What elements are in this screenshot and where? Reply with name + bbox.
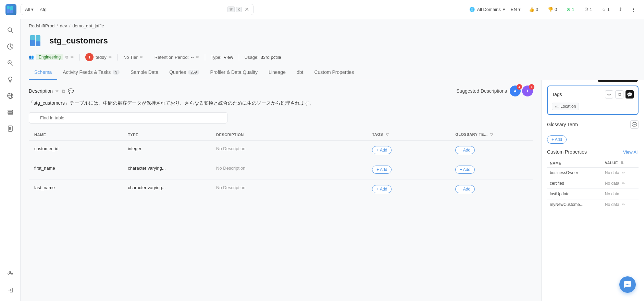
add-tag-button[interactable]: + Add: [372, 146, 392, 154]
search-type-select[interactable]: All ▾: [25, 7, 37, 12]
breadcrumb-item-demo[interactable]: demo_dbt_jaffle: [72, 23, 104, 28]
cell-tags: + Add: [367, 160, 450, 180]
tags-conversation-icon[interactable]: 💬: [626, 90, 634, 99]
tab-profiler[interactable]: Profiler & Data Quality: [205, 65, 263, 80]
dislike-button[interactable]: 👎 0: [545, 5, 560, 13]
comment-button[interactable]: ⊙ 1: [564, 5, 577, 13]
search-input[interactable]: [40, 7, 224, 12]
cell-tags: + Add: [367, 141, 450, 160]
right-panel: List Conversation Tags ✏ ⧉ 💬: [541, 80, 644, 301]
sidebar-item-analytics[interactable]: [3, 40, 17, 53]
view-all-link[interactable]: View All: [623, 149, 639, 155]
team-copy-icon[interactable]: ⧉: [65, 55, 69, 60]
breadcrumb-item-redshift[interactable]: RedshiftProd: [29, 23, 54, 28]
team-edit-icon[interactable]: ✏: [71, 55, 74, 60]
find-container: 🔍: [29, 112, 227, 123]
sidebar-item-logout[interactable]: [3, 283, 17, 297]
svg-point-35: [629, 284, 630, 285]
svg-rect-18: [8, 112, 13, 114]
description-chat-icon[interactable]: 💬: [68, 88, 74, 94]
prop-name: myNewCustome...: [547, 199, 602, 210]
history-icon: ⏱: [584, 7, 589, 12]
tab-activity[interactable]: Activity Feeds & Tasks 9: [57, 65, 125, 80]
left-sidebar: [0, 19, 21, 301]
tab-custom-properties[interactable]: Custom Properties: [309, 65, 359, 80]
domain-label: All Domains: [477, 7, 500, 12]
add-glossary-button[interactable]: + Add: [455, 185, 475, 193]
team-tag[interactable]: Engineering: [36, 54, 63, 60]
prop-value: No data: [602, 189, 639, 199]
prop-edit-icon[interactable]: ✏: [622, 202, 625, 207]
prop-edit-icon[interactable]: ✏: [622, 170, 625, 175]
description-icon2[interactable]: ⧉: [62, 88, 65, 94]
prop-value: No data ✏: [602, 168, 639, 178]
prop-name: businessOwner: [547, 168, 602, 178]
custom-properties-section: Custom Properties View All NAME VALUE: [547, 149, 639, 210]
tags-request-icon[interactable]: ⧉: [615, 90, 623, 99]
sidebar-item-pipeline[interactable]: [3, 267, 17, 280]
like-button[interactable]: 👍 0: [526, 5, 541, 13]
prop-edit-icon[interactable]: ✏: [622, 181, 625, 186]
app-logo[interactable]: [5, 4, 16, 15]
find-input[interactable]: [29, 112, 227, 123]
tag-icon: 🏷: [555, 104, 559, 109]
svg-line-10: [11, 64, 13, 65]
col-header-tags: TAGS ▽: [367, 129, 450, 141]
usage-label: Usage:: [245, 55, 259, 60]
search-clear-button[interactable]: ✕: [245, 6, 249, 13]
meta-divider: [149, 54, 149, 61]
tier-value: No Tier: [123, 55, 138, 60]
tags-filter-icon[interactable]: ▽: [386, 132, 389, 136]
svg-point-25: [11, 273, 13, 274]
col-header-glossary: GLOSSARY TE... ▽: [450, 129, 533, 141]
tier-edit-icon[interactable]: ✏: [140, 55, 143, 60]
glossary-section: Glossary Term 💬 + Add: [547, 120, 639, 144]
owner-name[interactable]: teddy: [96, 55, 107, 60]
add-glossary-button[interactable]: + Add: [455, 166, 475, 174]
retention-edit-icon[interactable]: ✏: [196, 55, 199, 60]
glossary-conversation-icon[interactable]: 💬: [630, 120, 639, 129]
sidebar-item-globe[interactable]: [3, 89, 17, 103]
sidebar-item-search[interactable]: [3, 23, 17, 37]
cell-type: integer: [122, 141, 211, 160]
tab-lineage[interactable]: Lineage: [263, 65, 291, 80]
list-conversation-tooltip: List Conversation: [598, 80, 638, 82]
tags-actions: ✏ ⧉ 💬: [605, 90, 634, 99]
tab-queries[interactable]: Queries 259: [164, 65, 205, 80]
description-label: Description: [29, 88, 53, 94]
language-selector[interactable]: EN ▾: [511, 7, 521, 12]
star-button[interactable]: ☆ 1: [599, 5, 612, 13]
add-glossary-button[interactable]: + Add: [455, 146, 475, 154]
add-tag-button[interactable]: + Add: [372, 185, 392, 193]
dislike-count: 0: [555, 7, 557, 12]
activity-badge: 9: [113, 70, 120, 75]
sidebar-item-glossary[interactable]: [3, 122, 17, 135]
custom-prop-row: certified No data ✏: [547, 178, 639, 189]
more-button[interactable]: ⋮: [629, 5, 639, 13]
share-button[interactable]: ⤴: [617, 5, 624, 13]
chat-bubble-button[interactable]: [619, 276, 636, 293]
description-edit-icon[interactable]: ✏: [55, 89, 59, 93]
breadcrumb-item-dev[interactable]: dev: [60, 23, 67, 28]
owner-avatar: T: [85, 53, 94, 61]
owner-edit-icon[interactable]: ✏: [109, 55, 112, 60]
tab-sample[interactable]: Sample Data: [125, 65, 164, 80]
suggested-desc-label: Suggested Descriptions: [456, 88, 507, 94]
tab-schema[interactable]: Schema: [29, 65, 57, 80]
sidebar-item-database[interactable]: [3, 105, 17, 119]
type-value: View: [224, 55, 233, 60]
cell-name: first_name: [29, 160, 122, 180]
sidebar-item-insights[interactable]: [3, 73, 17, 86]
glossary-add-button[interactable]: + Add: [547, 135, 567, 144]
tags-edit-icon[interactable]: ✏: [605, 90, 613, 99]
domain-selector[interactable]: 🌐 All Domains ▾: [469, 7, 505, 12]
history-button[interactable]: ⏱ 1: [581, 5, 595, 13]
sidebar-item-explore[interactable]: [3, 56, 17, 70]
suggested-avatar-2[interactable]: I 6: [522, 86, 533, 96]
custom-prop-row: myNewCustome... No data ✏: [547, 199, 639, 210]
add-tag-button[interactable]: + Add: [372, 166, 392, 174]
suggested-avatar-1[interactable]: A 4: [510, 86, 521, 96]
tab-dbt[interactable]: dbt: [291, 65, 309, 80]
cell-description: No Description: [211, 141, 367, 160]
glossary-filter-icon[interactable]: ▽: [490, 132, 493, 136]
